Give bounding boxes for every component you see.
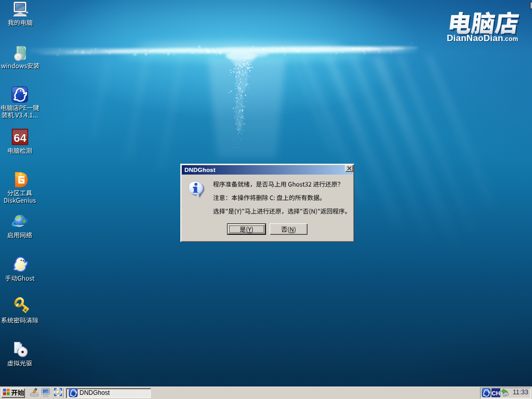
svg-text:64: 64 (14, 131, 26, 144)
